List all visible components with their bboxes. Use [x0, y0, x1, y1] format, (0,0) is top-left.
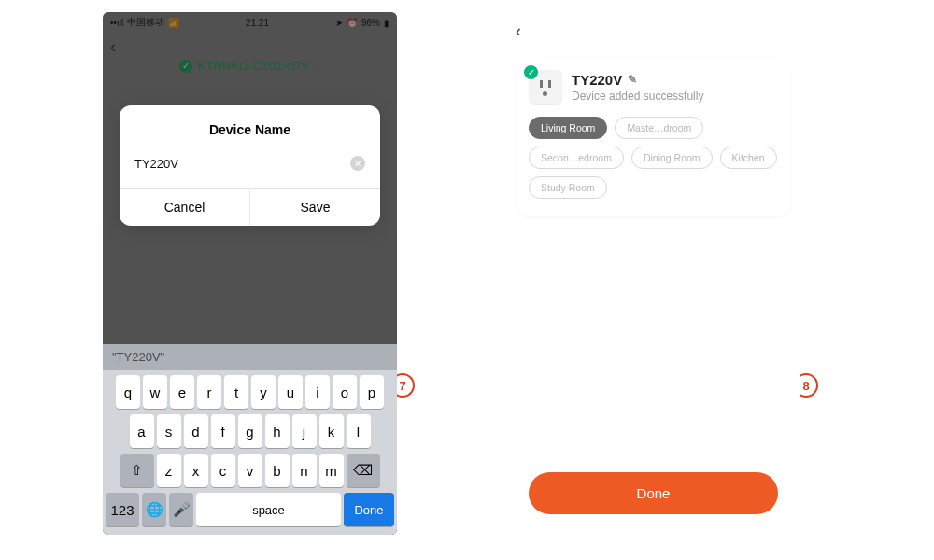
key-v[interactable]: v: [238, 454, 262, 487]
backspace-icon[interactable]: ⌫: [347, 454, 380, 487]
check-icon: ✓: [524, 65, 538, 79]
device-name-row[interactable]: TY220V ✎: [572, 72, 703, 88]
key-a[interactable]: a: [130, 414, 154, 448]
device-name-label: TY220V: [572, 72, 622, 88]
keyboard-row-3: ⇧zxcvbnm⌫: [106, 454, 394, 487]
key-l[interactable]: l: [347, 414, 371, 448]
key-o[interactable]: o: [333, 375, 357, 409]
key-r[interactable]: r: [197, 375, 221, 409]
room-chip[interactable]: Study Room: [529, 176, 607, 199]
key-123[interactable]: 123: [106, 493, 139, 526]
key-g[interactable]: g: [238, 414, 262, 448]
phone-device-added: ‹ ✓ TY220V ✎ Device added successfully L…: [506, 12, 800, 535]
nav-bar: ‹: [506, 12, 800, 49]
phone-rename-device: ••ıll中国移动📶 21:21 ➤⏰96%▮ ‹ ✓ KTNNKG-CZ01-…: [103, 12, 397, 535]
key-b[interactable]: b: [265, 454, 290, 487]
key-j[interactable]: j: [292, 414, 317, 448]
key-f[interactable]: f: [211, 414, 235, 448]
device-subtitle: Device added successfully: [572, 90, 703, 103]
device-card: ✓ TY220V ✎ Device added successfully Liv…: [516, 57, 791, 216]
key-u[interactable]: u: [278, 375, 303, 409]
room-chip[interactable]: Kitchen: [720, 147, 777, 169]
name-input-value: TY220V: [134, 157, 350, 171]
clear-icon[interactable]: ✕: [350, 156, 365, 171]
key-e[interactable]: e: [170, 375, 194, 409]
mic-icon[interactable]: 🎤: [169, 493, 193, 526]
plug-icon: ✓: [529, 70, 562, 104]
save-button[interactable]: Save: [250, 189, 380, 226]
keyboard: "TY220V" qwertyuiop asdfghjkl ⇧zxcvbnm⌫ …: [103, 344, 397, 535]
suggestion-bar[interactable]: "TY220V": [103, 344, 397, 370]
dialog-title: Device Name: [120, 105, 380, 148]
room-chip[interactable]: Dining Room: [631, 147, 713, 169]
name-input[interactable]: TY220V ✕: [120, 148, 380, 188]
key-i[interactable]: i: [305, 375, 330, 409]
key-n[interactable]: n: [292, 454, 317, 487]
key-p[interactable]: p: [360, 375, 384, 409]
room-chip-group: Living RoomMaste…droomSecon…edroomDining…: [529, 117, 778, 199]
pencil-icon[interactable]: ✎: [628, 73, 637, 86]
key-done[interactable]: Done: [344, 493, 394, 526]
key-k[interactable]: k: [319, 414, 344, 448]
key-x[interactable]: x: [184, 454, 208, 487]
keyboard-row-4: 123 🌐 🎤 space Done: [106, 493, 394, 526]
room-chip[interactable]: Maste…droom: [615, 117, 703, 139]
done-button[interactable]: Done: [529, 472, 778, 514]
cancel-button[interactable]: Cancel: [120, 189, 250, 226]
key-w[interactable]: w: [143, 375, 167, 409]
key-h[interactable]: h: [265, 414, 290, 448]
room-chip[interactable]: Secon…edroom: [529, 147, 624, 169]
shift-icon[interactable]: ⇧: [120, 454, 154, 487]
key-y[interactable]: y: [251, 375, 276, 409]
back-icon[interactable]: ‹: [516, 21, 521, 41]
key-d[interactable]: d: [184, 414, 208, 448]
key-s[interactable]: s: [157, 414, 181, 448]
key-c[interactable]: c: [211, 454, 235, 487]
key-t[interactable]: t: [224, 375, 248, 409]
room-chip[interactable]: Living Room: [529, 117, 607, 139]
keyboard-row-1: qwertyuiop: [106, 375, 394, 409]
key-q[interactable]: q: [116, 375, 140, 409]
key-space[interactable]: space: [196, 493, 341, 526]
rename-dialog: Device Name TY220V ✕ Cancel Save: [120, 105, 380, 226]
keyboard-row-2: asdfghjkl: [106, 414, 394, 448]
key-z[interactable]: z: [157, 454, 181, 487]
key-m[interactable]: m: [319, 454, 344, 487]
globe-icon[interactable]: 🌐: [142, 493, 166, 526]
